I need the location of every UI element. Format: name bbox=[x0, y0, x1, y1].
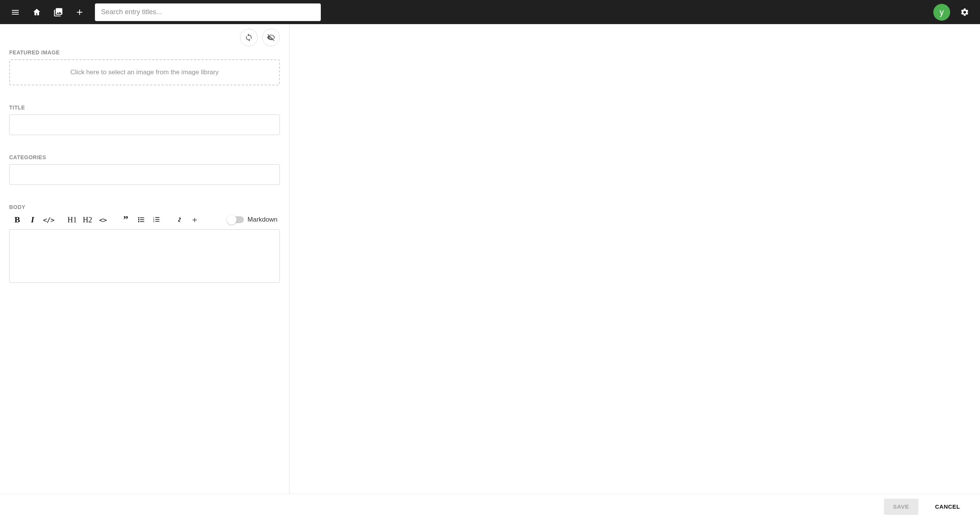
svg-point-1 bbox=[138, 219, 139, 220]
body-editor[interactable] bbox=[9, 229, 280, 283]
editor-pane: FEATURED IMAGE Click here to select an i… bbox=[0, 24, 289, 494]
search-wrap bbox=[95, 3, 321, 21]
home-button[interactable] bbox=[28, 3, 46, 21]
topbar: y bbox=[0, 0, 980, 24]
body-label: BODY bbox=[9, 204, 280, 210]
markdown-label: Markdown bbox=[248, 216, 278, 224]
add-button[interactable] bbox=[70, 3, 89, 21]
svg-rect-4 bbox=[140, 219, 144, 220]
sync-button[interactable] bbox=[240, 29, 258, 46]
body-toolbar-row: B I </> H1 H2 <> ” 123 bbox=[9, 214, 280, 225]
featured-image-dropzone[interactable]: Click here to select an image from the i… bbox=[9, 59, 280, 85]
categories-label: CATEGORIES bbox=[9, 154, 280, 160]
numbered-list-icon: 123 bbox=[153, 216, 160, 224]
sync-icon bbox=[245, 33, 253, 42]
footer: Save Cancel bbox=[0, 494, 980, 519]
categories-input[interactable] bbox=[9, 164, 280, 185]
save-button[interactable]: Save bbox=[884, 499, 918, 515]
svg-rect-9 bbox=[155, 217, 159, 218]
svg-point-0 bbox=[138, 217, 139, 218]
toggle-preview-button[interactable] bbox=[262, 29, 280, 46]
menu-icon bbox=[11, 8, 20, 17]
menu-button[interactable] bbox=[6, 3, 24, 21]
toolbar-quote-button[interactable]: ” bbox=[121, 214, 131, 225]
toolbar-h1-button[interactable]: H1 bbox=[67, 214, 77, 225]
body-toolbar: B I </> H1 H2 <> ” 123 bbox=[9, 214, 200, 225]
svg-text:3: 3 bbox=[153, 220, 154, 223]
toolbar-numbered-list-button[interactable]: 123 bbox=[152, 214, 162, 225]
svg-rect-10 bbox=[155, 219, 159, 220]
visibility-off-icon bbox=[267, 33, 275, 42]
markdown-switch[interactable] bbox=[228, 216, 244, 223]
toolbar-inline-code-button[interactable]: </> bbox=[43, 214, 54, 225]
svg-rect-5 bbox=[140, 221, 144, 222]
toolbar-link-button[interactable] bbox=[175, 214, 185, 225]
toolbar-h2-button[interactable]: H2 bbox=[83, 214, 93, 225]
body-section: BODY B I </> H1 H2 <> ” bbox=[0, 204, 289, 284]
toolbar-add-button[interactable]: + bbox=[190, 214, 200, 225]
toolbar-code-block-button[interactable]: <> bbox=[98, 214, 108, 225]
switch-knob bbox=[227, 215, 237, 225]
settings-button[interactable] bbox=[956, 3, 974, 21]
toolbar-bold-button[interactable]: B bbox=[12, 214, 22, 225]
svg-point-2 bbox=[138, 221, 139, 222]
plus-icon bbox=[75, 8, 84, 17]
categories-section: CATEGORIES bbox=[0, 154, 289, 185]
home-icon bbox=[32, 8, 41, 17]
editor-top-actions bbox=[0, 24, 289, 46]
main: FEATURED IMAGE Click here to select an i… bbox=[0, 24, 980, 494]
user-avatar[interactable]: y bbox=[933, 4, 950, 21]
cancel-button[interactable]: Cancel bbox=[926, 499, 970, 515]
svg-rect-3 bbox=[140, 217, 144, 218]
gear-icon bbox=[960, 8, 969, 17]
preview-pane bbox=[289, 24, 980, 494]
title-section: TITLE bbox=[0, 104, 289, 135]
featured-image-label: FEATURED IMAGE bbox=[9, 49, 280, 55]
featured-image-section: FEATURED IMAGE Click here to select an i… bbox=[0, 49, 289, 85]
toolbar-bullet-list-button[interactable] bbox=[136, 214, 146, 225]
media-library-button[interactable] bbox=[49, 3, 67, 21]
link-icon bbox=[176, 216, 183, 224]
title-input[interactable] bbox=[9, 114, 280, 135]
image-library-icon bbox=[53, 7, 63, 17]
title-label: TITLE bbox=[9, 104, 280, 111]
svg-rect-11 bbox=[155, 221, 159, 222]
bullet-list-icon bbox=[137, 216, 145, 224]
markdown-toggle-wrap: Markdown bbox=[228, 216, 280, 224]
quote-icon: ” bbox=[123, 214, 128, 225]
search-input[interactable] bbox=[101, 8, 315, 16]
toolbar-italic-button[interactable]: I bbox=[28, 214, 38, 225]
